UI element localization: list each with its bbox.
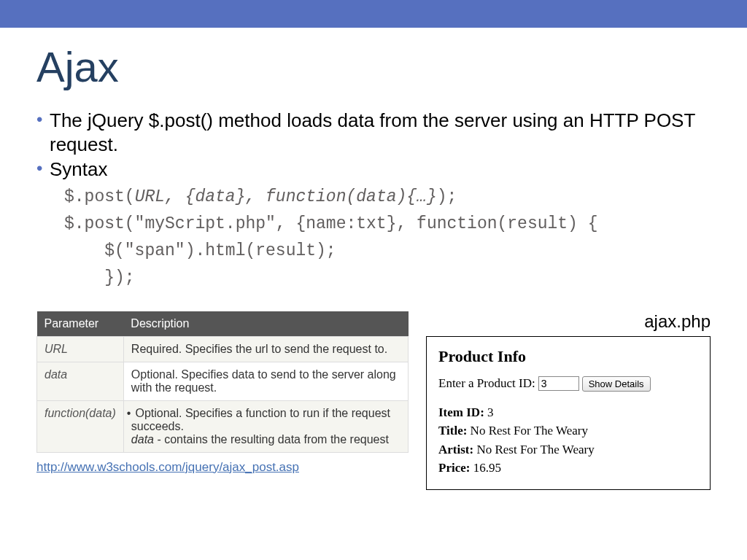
- reference-link[interactable]: http://www.w3schools.com/jquery/ajax_pos…: [36, 460, 299, 475]
- param-name: URL: [37, 336, 124, 362]
- file-label: ajax.php: [426, 311, 711, 332]
- bullet-text: Syntax: [36, 158, 711, 182]
- table-header: Parameter: [37, 311, 124, 337]
- demo-prompt: Enter a Product ID:: [438, 376, 535, 391]
- code-example-line: });: [64, 267, 711, 289]
- label: Artist:: [438, 443, 473, 456]
- slide-title: Ajax: [36, 42, 711, 91]
- value: No Rest For The Weary: [467, 424, 588, 438]
- code-text: );: [437, 187, 457, 206]
- code-example-line: $.post("myScript.php", {name:txt}, funct…: [64, 213, 711, 236]
- label: Item ID:: [438, 405, 484, 419]
- code-params: URL, {data}, function(data){…}: [135, 187, 437, 206]
- param-name: data: [37, 362, 124, 400]
- demo-output: Item ID: 3 Title: No Rest For The Weary …: [438, 403, 698, 478]
- right-column: ajax.php Product Info Enter a Product ID…: [426, 311, 711, 490]
- table-row: function(data) •Optional. Specifies a fu…: [37, 400, 409, 452]
- param-name: function(data): [37, 400, 124, 452]
- label: Title:: [438, 424, 467, 438]
- bullet-list: The jQuery $.post() method loads data fr…: [36, 109, 711, 182]
- desc-text: - contains the resulting data from the r…: [154, 433, 389, 446]
- product-id-input[interactable]: [538, 376, 579, 391]
- desc-text: Optional. Specifies a function to run if…: [131, 407, 390, 432]
- table-row: URL Required. Specifies the url to send …: [37, 336, 409, 362]
- code-example-line: $("span").html(result);: [64, 240, 711, 262]
- demo-panel: Product Info Enter a Product ID: Show De…: [426, 336, 711, 490]
- demo-heading: Product Info: [438, 347, 698, 366]
- code-syntax-line: $.post(URL, {data}, function(data){…});: [64, 186, 711, 209]
- param-desc: •Optional. Specifies a function to run i…: [123, 400, 408, 452]
- table-header: Description: [123, 311, 408, 337]
- param-desc: Optional. Specifies data to send to the …: [123, 362, 408, 400]
- value: 16.95: [470, 461, 501, 475]
- slide-body: Ajax The jQuery $.post() method loads da…: [0, 28, 747, 490]
- parameters-table: Parameter Description URL Required. Spec…: [36, 311, 409, 453]
- value: No Rest For The Weary: [473, 443, 595, 456]
- show-details-button[interactable]: Show Details: [582, 376, 651, 392]
- top-accent-bar: [0, 0, 747, 28]
- bullet-text: The jQuery $.post() method loads data fr…: [36, 109, 711, 156]
- value: 3: [484, 405, 494, 419]
- demo-input-row: Enter a Product ID: Show Details: [438, 376, 698, 392]
- two-column-row: Parameter Description URL Required. Spec…: [36, 311, 711, 490]
- table-row: data Optional. Specifies data to send to…: [37, 362, 409, 400]
- left-column: Parameter Description URL Required. Spec…: [36, 311, 409, 475]
- code-text: $.post(: [64, 187, 135, 206]
- label: Price:: [438, 461, 470, 475]
- param-desc: Required. Specifies the url to send the …: [123, 336, 408, 362]
- desc-emphasis: data: [131, 433, 154, 446]
- table-header-row: Parameter Description: [37, 311, 409, 337]
